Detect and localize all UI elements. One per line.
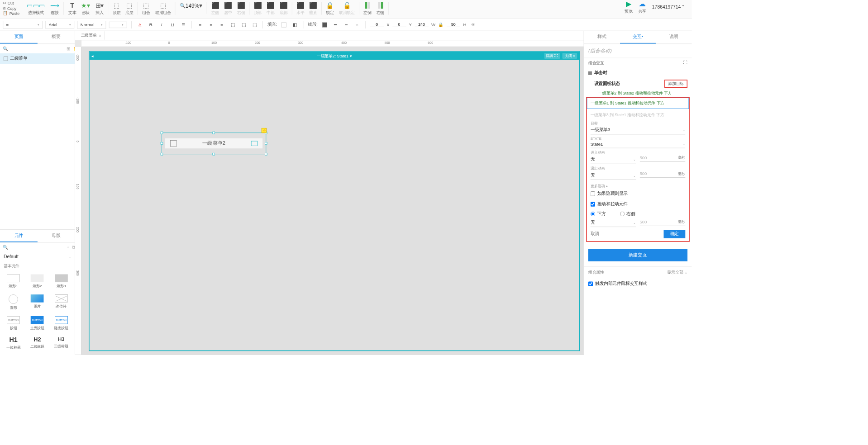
text-align-bottom-button[interactable]: ⬚ xyxy=(250,21,258,29)
target-line-1[interactable]: 一级菜单2 到 State2 推动和拉动元件 下方 xyxy=(584,90,692,97)
widget-rect2[interactable]: 矩形2 xyxy=(26,272,49,291)
style-preset-dropdown[interactable]: ≡▾ xyxy=(3,21,43,29)
group-button[interactable]: ⬚组合 xyxy=(142,1,150,15)
resize-handle[interactable] xyxy=(161,153,163,156)
send-back-button[interactable]: ⬚底层 xyxy=(125,1,134,15)
anim-in-duration-input[interactable]: 500毫秒 xyxy=(639,154,685,162)
width-input[interactable] xyxy=(415,22,428,27)
tab-style[interactable]: 样式 xyxy=(584,31,620,44)
widgets-search-input[interactable] xyxy=(10,245,65,250)
close-panel-button[interactable]: 关闭 × xyxy=(563,53,577,59)
widget-h1[interactable]: H1一级标题 xyxy=(2,334,25,353)
preview-button[interactable]: ▶预览 xyxy=(625,0,633,14)
expand-icon[interactable]: ⛶ xyxy=(683,60,687,66)
check-show-if-hidden[interactable]: 如果隐藏则显示 xyxy=(591,189,686,199)
widget-rect1[interactable]: 矩形1 xyxy=(2,272,25,291)
bring-front-button[interactable]: ⬚顶层 xyxy=(113,1,121,15)
font-style-dropdown[interactable]: Normal▾ xyxy=(77,21,106,29)
confirm-button[interactable]: 确定 xyxy=(663,230,685,238)
insert-button[interactable]: ⊞▾插入 xyxy=(95,1,104,15)
share-button[interactable]: ☁共享 xyxy=(639,0,647,14)
check-trigger-inner[interactable]: 触发内部元件鼠标交互样式 xyxy=(584,278,692,289)
panel-nav-icon[interactable]: ◂ xyxy=(91,53,94,58)
bold-button[interactable]: B xyxy=(147,21,155,29)
tab-widgets[interactable]: 元件 xyxy=(0,230,37,242)
text-align-left-button[interactable]: ≡ xyxy=(196,21,205,29)
arrow-button[interactable]: ↔ xyxy=(353,21,361,29)
canvas-tab[interactable]: 二级菜单 × xyxy=(77,31,105,39)
visibility-toggle[interactable]: 👁 xyxy=(469,21,477,29)
widget-button[interactable]: BUTTON按钮 xyxy=(2,314,25,332)
interaction-indicator-icon[interactable]: ⚡ xyxy=(262,128,267,133)
underline-button[interactable]: U xyxy=(168,21,176,29)
widget-h3[interactable]: H3三级标题 xyxy=(50,334,73,353)
pane-left-button[interactable]: 左侧 xyxy=(363,1,372,15)
state-dropdown[interactable]: State1⌄ xyxy=(591,141,686,148)
select-mode-button[interactable]: ▭▭▭选择模式 xyxy=(27,1,45,15)
font-color-button[interactable]: A xyxy=(136,21,144,29)
event-onclick[interactable]: 单击时 xyxy=(584,68,692,78)
text-tool-button[interactable]: T文本 xyxy=(68,1,76,15)
cut-button[interactable]: ✂ Cut xyxy=(3,1,19,5)
paste-button[interactable]: 📋 Paste xyxy=(3,11,19,15)
push-duration-input[interactable]: 500毫秒 xyxy=(639,218,685,226)
add-page-icon[interactable]: ⊞ xyxy=(67,46,70,51)
fill-opacity-button[interactable]: ◧ xyxy=(291,21,299,29)
tab-notes[interactable]: 说明 xyxy=(656,31,692,44)
add-target-button[interactable]: 添加目标 xyxy=(664,80,687,88)
pane-right-button[interactable]: 右侧 xyxy=(377,1,385,15)
target-line-2[interactable]: 一级菜单1 到 State1 推动和拉动元件 下方 xyxy=(591,99,685,107)
resize-handle[interactable] xyxy=(161,142,163,145)
pos-x-input[interactable] xyxy=(370,22,383,27)
connect-button[interactable]: ⟿连接 xyxy=(50,1,60,15)
canvas-viewport[interactable]: ◂ 一级菜单2: State1▾ 隔离 ⛶ 关闭 × xyxy=(81,47,583,355)
text-align-top-button[interactable]: ⬚ xyxy=(229,21,237,29)
anim-in-dropdown[interactable]: 无⌄ xyxy=(591,156,636,164)
widget-image[interactable]: 图片 xyxy=(26,292,49,312)
line-color-button[interactable] xyxy=(320,21,329,29)
shape-tool-button[interactable]: ★▾形状 xyxy=(81,1,90,15)
radio-right[interactable]: 右侧 xyxy=(620,211,635,217)
anim-out-duration-input[interactable]: 500毫秒 xyxy=(639,170,685,178)
zoom-display[interactable]: 🔍 149% ▾ xyxy=(180,1,203,14)
resize-handle[interactable] xyxy=(265,142,267,145)
tab-masters[interactable]: 母版 xyxy=(37,230,74,242)
height-input[interactable] xyxy=(447,22,460,27)
lock-button[interactable]: 🔒锁定 xyxy=(326,1,334,15)
push-easing-dropdown[interactable]: 无⌄ xyxy=(591,218,636,227)
text-align-right-button[interactable]: ≡ xyxy=(218,21,226,29)
bullet-list-button[interactable]: ≣ xyxy=(179,21,187,29)
resize-handle[interactable] xyxy=(265,153,267,156)
widget-rect3[interactable]: 矩形3 xyxy=(50,272,73,291)
element-name-field[interactable]: (组合名称) xyxy=(584,44,692,57)
font-size-dropdown[interactable]: ▾ xyxy=(109,21,127,28)
show-all-link[interactable]: 显示全部 ⌄ xyxy=(667,270,687,275)
fill-color-button[interactable] xyxy=(280,21,288,29)
line-style-button[interactable]: ┅ xyxy=(342,21,350,29)
action-set-panel-state[interactable]: 设置面板状态 添加目标 xyxy=(584,78,692,90)
check-push-pull[interactable]: 推动和拉动元件 xyxy=(591,199,686,209)
target-dropdown[interactable]: 一级菜单3⌄ xyxy=(591,126,686,134)
more-options-toggle[interactable]: 更多选项 ▴ xyxy=(591,184,686,189)
italic-button[interactable]: I xyxy=(157,21,166,29)
selected-element[interactable]: ⚡ 一级菜单2 xyxy=(162,133,266,154)
resize-handle[interactable] xyxy=(161,132,163,134)
library-name[interactable]: Default xyxy=(4,254,19,260)
cancel-button[interactable]: 取消 xyxy=(591,231,599,237)
isolate-button[interactable]: 隔离 ⛶ xyxy=(544,53,560,59)
widget-circle[interactable]: 圆形 xyxy=(2,292,25,312)
add-widget-icon[interactable]: + xyxy=(67,245,69,250)
tab-outline[interactable]: 概要 xyxy=(37,31,74,44)
widget-primary-button[interactable]: BUTTON主要按钮 xyxy=(26,314,49,332)
pos-y-input[interactable] xyxy=(392,22,406,27)
page-tree-item[interactable]: 二级菜单 xyxy=(0,53,75,64)
widget-placeholder[interactable]: 占位符 xyxy=(50,292,73,312)
new-interaction-button[interactable]: 新建交互 xyxy=(588,249,687,261)
resize-handle[interactable] xyxy=(212,132,215,134)
anim-out-dropdown[interactable]: 无⌄ xyxy=(591,171,636,180)
text-align-center-button[interactable]: ≡ xyxy=(207,21,215,29)
widget-link-button[interactable]: BUTTON链接按钮 xyxy=(50,314,73,332)
ungroup-button[interactable]: ⬚取消组合 xyxy=(155,1,171,15)
line-width-button[interactable]: ━ xyxy=(331,21,339,29)
resize-handle[interactable] xyxy=(212,153,215,156)
